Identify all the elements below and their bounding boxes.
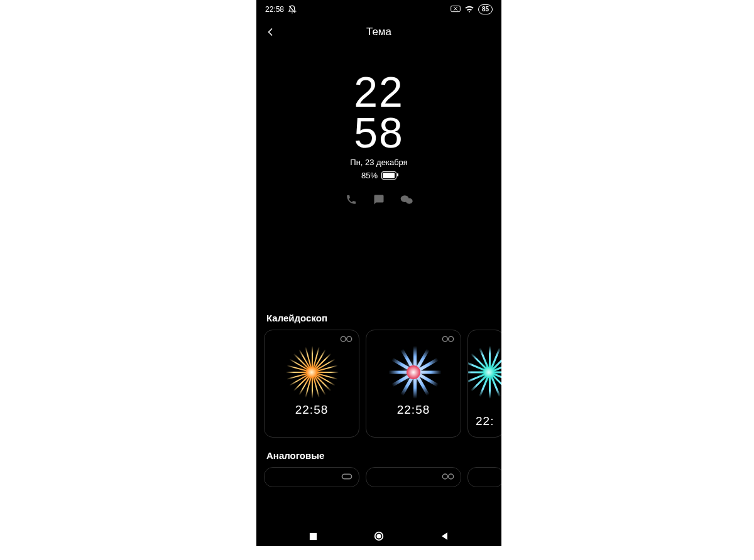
section-title: Аналоговые [264,450,494,461]
loop-icon [340,335,352,343]
theme-card[interactable]: 22:58 [366,330,461,438]
sim-disabled-icon [451,5,461,14]
preview-battery: 85% [361,171,396,180]
wifi-icon [464,5,474,14]
section-kaleidoscope: Калейдоскоп /*placeholder*/ 22:58 [256,313,501,438]
android-nav-bar [256,526,501,546]
theme-card[interactable] [467,467,501,487]
preview-date: Пн, 23 декабря [256,158,501,167]
theme-cards-row[interactable]: /*placeholder*/ 22:58 22:58 [264,330,494,438]
theme-cards-row[interactable] [264,467,494,487]
theme-card[interactable] [366,467,461,487]
single-slot-icon [341,473,352,480]
status-time: 22:58 [265,5,284,14]
card-time: 22:58 [397,403,430,417]
aod-preview: 22 58 Пн, 23 декабря 85% [256,46,501,206]
preview-minute: 58 [256,112,501,153]
svg-marker-16 [442,532,447,540]
battery-pill: 85 [478,4,493,14]
svg-rect-13 [310,532,317,539]
phone-frame: 22:58 [256,0,501,546]
svg-point-9 [449,337,454,342]
svg-point-5 [406,198,413,204]
svg-point-7 [347,337,352,342]
kaleidoscope-graphic: /*placeholder*/ [285,345,339,399]
notification-icons [256,193,501,206]
theme-card[interactable]: /*placeholder*/ 22:58 [264,330,359,438]
preview-hour: 22 [256,72,501,112]
theme-card[interactable] [264,467,359,487]
kaleidoscope-graphic [467,345,501,399]
loop-icon [442,335,454,343]
svg-point-11 [442,474,447,479]
card-time: 22:58 [295,403,329,417]
svg-point-15 [377,534,380,537]
svg-point-6 [341,337,346,342]
card-time: 22: [476,414,494,428]
message-icon [373,193,385,206]
wechat-icon [400,193,413,206]
kaleidoscope-graphic [386,345,440,399]
section-title: Калейдоскоп [264,313,494,323]
back-button[interactable] [263,24,278,40]
home-button[interactable] [370,527,388,545]
recents-button[interactable] [305,527,322,545]
svg-rect-10 [342,474,352,479]
dnd-icon [288,5,297,14]
status-bar: 22:58 [256,0,501,18]
theme-card[interactable]: 22: [467,330,501,438]
back-nav-button[interactable] [436,527,454,545]
svg-point-12 [449,474,454,479]
svg-point-8 [442,337,447,342]
page-title: Тема [366,26,391,38]
battery-icon [381,171,396,180]
title-bar: Тема [256,18,501,46]
phone-icon [345,193,358,206]
loop-icon [442,473,454,480]
section-analog: Аналоговые [256,450,501,487]
